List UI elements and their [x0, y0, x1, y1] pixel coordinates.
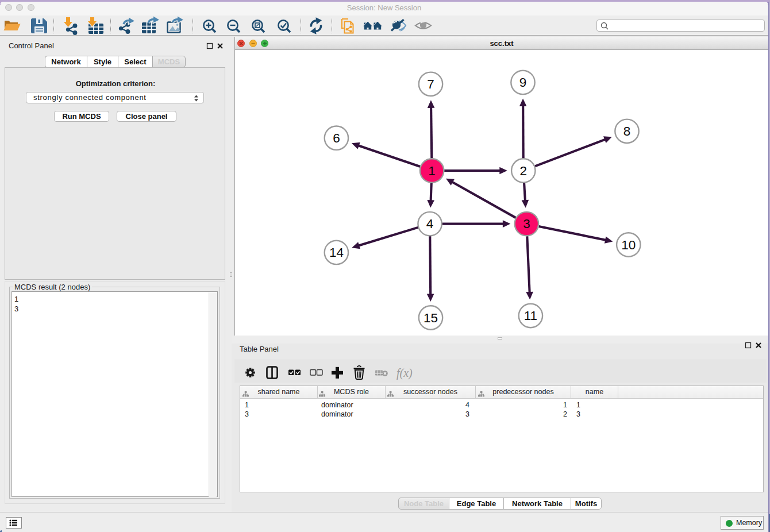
- svg-text:1: 1: [428, 164, 436, 178]
- svg-text:11: 11: [524, 309, 537, 323]
- svg-text:3: 3: [523, 217, 530, 231]
- svg-text:9: 9: [519, 75, 527, 90]
- svg-text:14: 14: [329, 245, 344, 260]
- svg-text:7: 7: [427, 77, 434, 91]
- svg-text:f(x): f(x): [396, 367, 413, 380]
- svg-text:8: 8: [623, 124, 631, 138]
- svg-text:4: 4: [426, 217, 434, 231]
- svg-text:10: 10: [621, 238, 636, 252]
- svg-text:6: 6: [333, 131, 340, 145]
- svg-text:15: 15: [424, 311, 438, 325]
- svg-text:2: 2: [520, 164, 528, 178]
